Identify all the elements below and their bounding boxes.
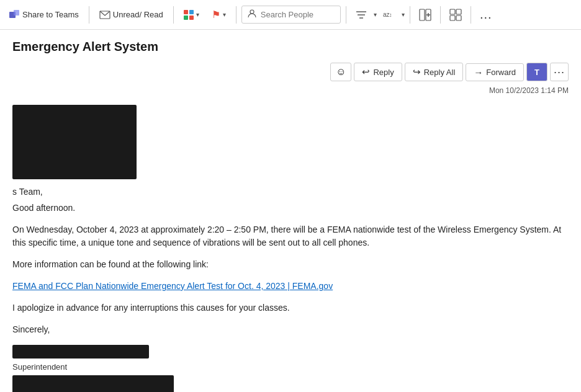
search-people-input[interactable]	[261, 10, 335, 19]
sort-dropdown-arrow[interactable]: ▾	[402, 11, 405, 18]
divider-1	[89, 6, 89, 24]
flag-dropdown-arrow: ▾	[223, 11, 226, 18]
svg-text:↕: ↕	[389, 12, 392, 18]
forward-button[interactable]: → Forward	[466, 63, 524, 81]
filter-dropdown-arrow[interactable]: ▾	[374, 11, 377, 18]
grid-color-icon	[184, 10, 194, 20]
share-to-teams-label: Share to Teams	[22, 10, 79, 19]
svg-rect-9	[420, 9, 425, 20]
sender-block	[12, 105, 569, 179]
flag-icon: ⚑	[212, 9, 220, 20]
email-container: Emergency Alert System ☺ ↩ Reply ↪ Reply…	[0, 30, 581, 392]
email-more-dots: ···	[554, 66, 565, 79]
divider-5	[410, 6, 410, 24]
more-options-button[interactable]: ...	[476, 5, 496, 25]
more-dots: ...	[480, 7, 492, 22]
view-button[interactable]	[446, 5, 466, 25]
reply-icon: ↩	[362, 66, 370, 78]
forward-label: Forward	[486, 68, 516, 77]
team-salutation: s Team,	[12, 187, 569, 197]
signature-extra-redacted	[12, 375, 174, 392]
body-para-3: I apologize in advance for any interrupt…	[12, 301, 569, 314]
reply-all-label: Reply All	[424, 68, 456, 77]
email-body: s Team, Good afternoon. On Wednesday, Oc…	[12, 187, 569, 392]
divider-4	[346, 6, 346, 24]
svg-rect-13	[450, 9, 455, 14]
teams-icon	[9, 9, 20, 20]
divider-7	[471, 6, 471, 24]
reply-all-icon: ↪	[413, 66, 421, 78]
search-people-box[interactable]	[241, 6, 341, 24]
svg-rect-14	[456, 9, 461, 14]
unread-read-button[interactable]: Unread/ Read	[94, 7, 168, 22]
email-actions-row: ☺ ↩ Reply ↪ Reply All → Forward T ···	[12, 63, 569, 81]
svg-rect-1	[14, 10, 19, 16]
signature-name-redacted	[12, 345, 149, 359]
reply-label: Reply	[373, 68, 394, 77]
reply-button[interactable]: ↩ Reply	[354, 63, 402, 81]
greeting: Good afternoon.	[12, 202, 569, 215]
teams-email-button[interactable]: T	[526, 63, 547, 81]
teams-email-icon: T	[534, 68, 539, 77]
person-icon	[247, 9, 257, 20]
add-column-button[interactable]	[415, 5, 435, 25]
divider-3	[236, 6, 236, 24]
divider-6	[440, 6, 441, 24]
grid-dropdown-arrow: ▾	[196, 11, 199, 18]
grid-squares	[184, 10, 194, 20]
svg-point-3	[250, 10, 254, 14]
fema-link[interactable]: FEMA and FCC Plan Nationwide Emergency A…	[12, 281, 333, 291]
body-para-1: On Wednesday, October 4, 2023 at approxi…	[12, 223, 569, 249]
divider-2	[173, 6, 174, 24]
envelope-icon	[99, 11, 110, 19]
email-more-options-button[interactable]: ···	[550, 63, 569, 81]
sort-button[interactable]: az ↕	[379, 5, 399, 25]
email-subject: Emergency Alert System	[12, 40, 569, 54]
share-to-teams-button[interactable]: Share to Teams	[4, 7, 84, 23]
unread-read-label: Unread/ Read	[113, 10, 163, 19]
body-para-2-header: More information can be found at the fol…	[12, 258, 569, 271]
flag-dropdown-button[interactable]: ⚑ ▾	[207, 6, 231, 23]
superintendent-label: Superintendent	[12, 362, 569, 372]
forward-icon: →	[474, 67, 483, 78]
sincerely: Sincerely,	[12, 323, 569, 336]
grid-dropdown-button[interactable]: ▾	[179, 7, 204, 22]
svg-rect-15	[450, 16, 455, 20]
svg-text:az: az	[383, 11, 390, 18]
toolbar: Share to Teams Unread/ Read ▾ ⚑ ▾	[0, 0, 581, 30]
emoji-icon: ☺	[336, 66, 346, 78]
reply-all-button[interactable]: ↪ Reply All	[405, 63, 464, 81]
sender-avatar-redacted	[12, 105, 137, 179]
fema-link-para: FEMA and FCC Plan Nationwide Emergency A…	[12, 280, 569, 293]
svg-rect-16	[456, 16, 461, 20]
email-date: Mon 10/2/2023 1:14 PM	[12, 86, 569, 95]
emoji-react-button[interactable]: ☺	[330, 63, 351, 81]
filter-button[interactable]	[351, 5, 371, 25]
